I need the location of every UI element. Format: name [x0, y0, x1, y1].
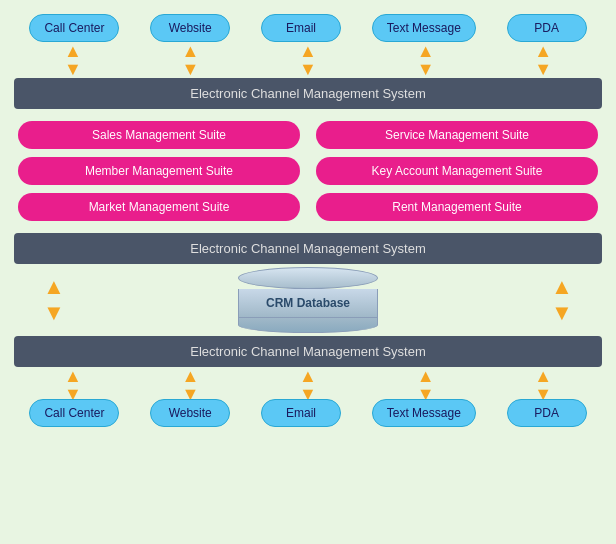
top-pda: PDA [507, 14, 587, 42]
top-email: Email [261, 14, 341, 42]
arrow-4: ▲ ▼ [386, 42, 466, 78]
top-website: Website [150, 14, 230, 42]
arrow-5: ▲ ▼ [503, 42, 583, 78]
arrow-2: ▲ ▼ [150, 42, 230, 78]
crm-db-wrapper: CRM Database [94, 267, 522, 333]
main-diagram: Call Center Website Email Text Message P… [0, 0, 616, 544]
top-text-message: Text Message [372, 14, 476, 42]
arrow-3: ▲ ▼ [268, 42, 348, 78]
right-side-arrow: ▲ ▼ [522, 274, 602, 326]
crm-database: CRM Database [238, 267, 378, 333]
top-call-center: Call Center [29, 14, 119, 42]
bottom-website: Website [150, 399, 230, 427]
suite-member: Member Management Suite [18, 157, 300, 185]
suite-rent: Rent Management Suite [316, 193, 598, 221]
db-bottom [238, 317, 378, 333]
arrow-1: ▲ ▼ [33, 42, 113, 78]
bottom-arrows: ▲ ▼ ▲ ▼ ▲ ▼ ▲ ▼ ▲ ▼ [14, 371, 602, 399]
bottom-channel-row: Call Center Website Email Text Message P… [14, 399, 602, 427]
bottom-email: Email [261, 399, 341, 427]
left-side-arrow: ▲ ▼ [14, 274, 94, 326]
band-3: Electronic Channel Management System [14, 336, 602, 367]
suite-service: Service Management Suite [316, 121, 598, 149]
suite-grid: Sales Management Suite Service Managemen… [14, 121, 602, 221]
bottom-arrow-4: ▲ ▼ [386, 367, 466, 403]
bottom-arrow-5: ▲ ▼ [503, 367, 583, 403]
bottom-text-message: Text Message [372, 399, 476, 427]
suite-market: Market Management Suite [18, 193, 300, 221]
bottom-arrow-3: ▲ ▼ [268, 367, 348, 403]
suite-sales: Sales Management Suite [18, 121, 300, 149]
band-1: Electronic Channel Management System [14, 78, 602, 109]
top-arrows: ▲ ▼ ▲ ▼ ▲ ▼ ▲ ▼ ▲ ▼ [14, 46, 602, 74]
top-channel-row: Call Center Website Email Text Message P… [14, 14, 602, 42]
middle-crm-section: ▲ ▼ CRM Database ▲ ▼ [14, 270, 602, 330]
bottom-call-center: Call Center [29, 399, 119, 427]
band-2: Electronic Channel Management System [14, 233, 602, 264]
bottom-arrow-2: ▲ ▼ [150, 367, 230, 403]
bottom-arrow-1: ▲ ▼ [33, 367, 113, 403]
db-top [238, 267, 378, 289]
bottom-pda: PDA [507, 399, 587, 427]
db-body: CRM Database [238, 289, 378, 317]
suite-key-account: Key Account Management Suite [316, 157, 598, 185]
